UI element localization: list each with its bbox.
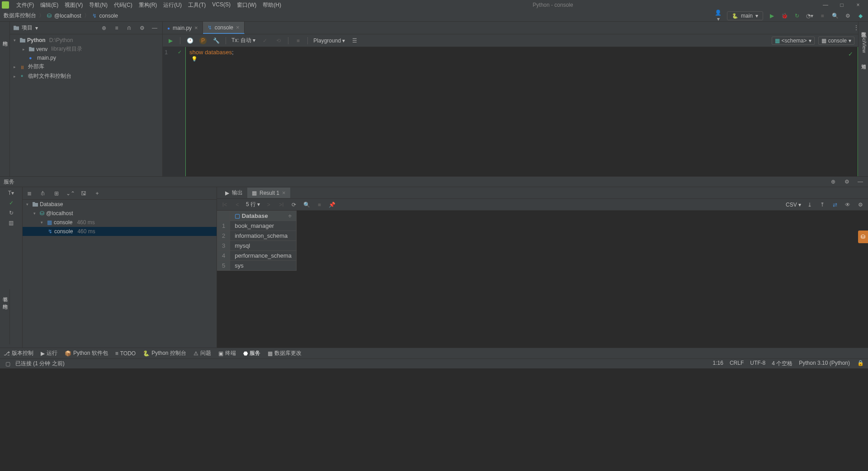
minimize-button[interactable]: — — [822, 2, 829, 8]
pin-icon[interactable]: 📌 — [328, 202, 336, 208]
breadcrumb[interactable]: console — [99, 13, 118, 19]
menu-tools[interactable]: 工具(T) — [185, 0, 208, 10]
filter-icon[interactable]: T▾ — [7, 190, 15, 196]
last-page-icon[interactable]: >I — [277, 202, 285, 208]
bt-python-packages[interactable]: 📦 Python 软件包 — [65, 349, 108, 357]
table-row[interactable]: 3mysql — [217, 241, 297, 251]
status-encoding[interactable]: UTF-8 — [750, 360, 765, 367]
breadcrumb[interactable]: 数据库控制台 — [4, 12, 36, 19]
save-icon[interactable]: 🖫 — [80, 190, 88, 197]
bt-run[interactable]: ▶ 运行 — [41, 349, 57, 357]
tab-main-py[interactable]: main.py × — [163, 22, 203, 34]
rerun-icon[interactable]: ↻ — [7, 210, 15, 216]
layout-icon[interactable]: ▥ — [7, 220, 15, 226]
code-editor[interactable]: 1 ✓ show databases; 💡 ✓ — [163, 47, 858, 176]
bt-db-changes[interactable]: ▦ 数据库更改 — [268, 349, 302, 357]
close-icon[interactable]: × — [236, 24, 240, 31]
collapse-icon[interactable]: ⫛ — [39, 190, 47, 197]
lightbulb-icon[interactable]: 💡 — [191, 56, 198, 62]
gutter-tab-notifications[interactable]: 通知 — [859, 58, 868, 62]
hide-icon[interactable]: — — [856, 179, 864, 185]
ide-features-icon[interactable]: ◆ — [856, 13, 864, 19]
gutter-tab-bookmarks[interactable]: 书签 — [0, 291, 9, 295]
playground-dropdown[interactable]: Playground ▾ — [313, 38, 345, 44]
close-icon[interactable]: × — [282, 189, 286, 196]
table-row[interactable]: 2information_schema — [217, 231, 297, 241]
gear-icon[interactable]: ⚙ — [138, 25, 146, 31]
locate-icon[interactable]: ⊕ — [100, 25, 108, 31]
tx-mode-dropdown[interactable]: Tx: 自动 ▾ — [231, 37, 255, 44]
rollback-icon[interactable]: ⟲ — [274, 38, 283, 44]
commit-icon[interactable]: ✓ — [261, 38, 269, 44]
menu-refactor[interactable]: 重构(R) — [136, 0, 160, 10]
menu-file[interactable]: 文件(F) — [14, 0, 37, 10]
prev-page-icon[interactable]: < — [233, 202, 241, 208]
maximize-button[interactable]: □ — [838, 2, 845, 8]
bt-problems[interactable]: ⚠ 问题 — [193, 349, 211, 357]
run-button[interactable]: ▶ — [768, 13, 776, 19]
gutter-tab-structure[interactable]: 结构 — [0, 298, 9, 302]
settings-icon[interactable]: ⚙ — [844, 13, 852, 19]
db-tool-badge[interactable]: ⛁ — [858, 231, 868, 243]
svc-console-group[interactable]: ▾ ▦ console 460 ms — [23, 218, 217, 227]
next-page-icon[interactable]: > — [264, 202, 273, 208]
hide-icon[interactable]: — — [151, 25, 159, 31]
bt-vcs[interactable]: ⎇ 版本控制 — [4, 349, 33, 357]
tab-console[interactable]: ↯ console × — [203, 22, 245, 34]
cancel-query-icon[interactable]: ■ — [294, 38, 302, 44]
svc-localhost-node[interactable]: ▾ ⛁ @localhost — [23, 209, 217, 218]
status-interpreter[interactable]: Python 3.10 (Python) — [799, 360, 850, 367]
cell[interactable]: sys — [230, 261, 297, 271]
add-icon[interactable]: + — [93, 190, 101, 197]
tree-external-libs[interactable]: ▸ ⫼ 外部库 — [10, 62, 162, 71]
expand-all-icon[interactable]: ≡ — [113, 25, 121, 31]
download-icon[interactable]: ⤓ — [806, 202, 814, 208]
search-icon[interactable]: 🔍 — [831, 13, 839, 19]
menu-vcs[interactable]: VCS(S) — [209, 0, 233, 10]
upload-icon[interactable]: ⤒ — [818, 202, 826, 208]
svc-database-node[interactable]: ▾ Database — [23, 200, 217, 209]
gear-icon[interactable]: ⚙ — [843, 179, 851, 185]
table-row[interactable]: 4performance_schema — [217, 251, 297, 261]
cell[interactable]: performance_schema — [230, 251, 297, 261]
profile-button[interactable]: ◔▾ — [806, 13, 814, 19]
table-row[interactable]: 1book_manager — [217, 221, 297, 231]
user-icon[interactable]: 👤▾ — [714, 9, 722, 22]
view-mode-icon[interactable]: ☰ — [350, 38, 359, 44]
execute-button[interactable]: ▶ — [166, 38, 175, 44]
gutter-tab-database[interactable]: 数据库 — [859, 26, 868, 30]
bt-todo[interactable]: ≡ TODO — [115, 350, 136, 357]
apply-icon[interactable]: ✓ — [7, 200, 15, 206]
tree-view-icon[interactable]: ⌄⌃ — [66, 190, 74, 197]
wrench-icon[interactable]: 🔧 — [212, 38, 220, 44]
tool-windows-icon[interactable]: ▢ — [4, 361, 12, 367]
session-dropdown[interactable]: ▦ console ▾ — [818, 37, 854, 45]
menu-navigate[interactable]: 导航(N) — [86, 0, 110, 10]
group-icon[interactable]: ⊞ — [52, 190, 61, 197]
debug-button[interactable]: 🐞 — [780, 13, 788, 19]
cell[interactable]: mysql — [230, 241, 297, 251]
menu-edit[interactable]: 编辑(E) — [38, 0, 61, 10]
first-page-icon[interactable]: I< — [221, 202, 229, 208]
bt-services[interactable]: ⬣ 服务 — [243, 349, 260, 357]
column-header[interactable]: ▢ Database ÷ — [230, 211, 297, 221]
tab-result-1[interactable]: ▦ Result 1 × — [247, 188, 290, 198]
cell[interactable]: book_manager — [230, 221, 297, 231]
table-row[interactable]: 5sys — [217, 261, 297, 271]
menu-view[interactable]: 视图(V) — [62, 0, 85, 10]
run-config-dropdown[interactable]: main ▾ — [727, 11, 763, 20]
cell[interactable]: information_schema — [230, 231, 297, 241]
tree-root[interactable]: ▾ Python D:\Python — [10, 36, 162, 44]
eye-icon[interactable]: 👁 — [844, 202, 852, 208]
tree-scratches[interactable]: ▸ ⚬ 临时文件和控制台 — [10, 71, 162, 81]
result-table[interactable]: ▢ Database ÷ 1book_manager 2information_… — [217, 211, 297, 271]
close-button[interactable]: × — [854, 2, 862, 8]
menu-code[interactable]: 代码(C) — [111, 0, 135, 10]
gutter-tab-structure[interactable]: 结构 — [0, 35, 9, 39]
chevron-down-icon[interactable]: ▾ — [35, 25, 38, 31]
code-content[interactable]: show databases; 💡 ✓ — [185, 47, 858, 176]
gear-icon[interactable]: ⚙ — [856, 202, 864, 208]
explain-plan-icon[interactable]: P — [199, 37, 207, 44]
status-line-ending[interactable]: CRLF — [730, 360, 744, 367]
bt-terminal[interactable]: ▣ 终端 — [218, 349, 236, 357]
